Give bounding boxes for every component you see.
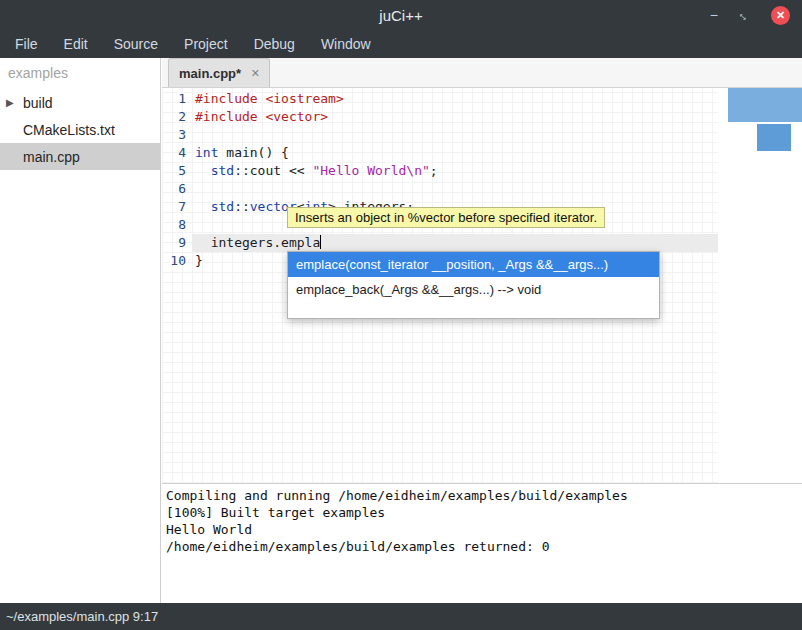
tree-item-cmakelists-txt[interactable]: CMakeLists.txt: [0, 116, 160, 143]
line-number: 7: [162, 198, 192, 216]
code-line-3[interactable]: [192, 126, 718, 144]
chevron-right-icon[interactable]: ▶: [6, 97, 22, 108]
code-segment: [195, 199, 211, 214]
code-segment: }: [195, 253, 203, 268]
scrollbar-overview: [718, 88, 802, 483]
window-controls: − ↔ ✕: [710, 0, 790, 30]
code-segment: [195, 163, 211, 178]
tree-item-main-cpp[interactable]: main.cpp: [0, 143, 160, 170]
editor[interactable]: 12345678910 #include <iostream>#include …: [162, 88, 802, 483]
scrollbar-thumb[interactable]: [728, 88, 802, 122]
line-number: 3: [162, 126, 192, 144]
sidebar: examples ▶buildCMakeLists.txtmain.cpp: [0, 58, 161, 603]
line-number: 10: [162, 252, 192, 270]
title-bar: juCi++ − ↔ ✕: [0, 0, 802, 30]
tab-bar: main.cpp* ×: [162, 58, 802, 88]
completion-popup-list: emplace(const_iterator __position, _Args…: [287, 251, 660, 319]
menu-item-file[interactable]: File: [2, 30, 51, 58]
code-segment: main() {: [218, 145, 288, 160]
code-line-9[interactable]: integers.empla: [192, 234, 718, 252]
overview-marker[interactable]: [757, 124, 791, 151]
text-cursor: [320, 235, 321, 249]
tree-item-label: CMakeLists.txt: [22, 122, 115, 138]
code-segment: std: [211, 199, 234, 214]
menu-item-edit[interactable]: Edit: [51, 30, 101, 58]
terminal-line: [100%] Built target examples: [166, 504, 798, 521]
code-segment: ::cout <<: [234, 163, 312, 178]
menu-bar: FileEditSourceProjectDebugWindow: [0, 30, 802, 58]
code-segment: #include <vector>: [195, 109, 328, 124]
minimize-button[interactable]: −: [710, 8, 718, 22]
code-segment: #include <iostream>: [195, 91, 344, 106]
window-title: juCi++: [379, 7, 422, 24]
file-tree: ▶buildCMakeLists.txtmain.cpp: [0, 89, 160, 170]
line-number: 9: [162, 234, 192, 252]
status-text: ~/examples/main.cpp 9:17: [6, 609, 158, 624]
status-bar: ~/examples/main.cpp 9:17: [0, 603, 802, 630]
code-segment: int: [195, 145, 218, 160]
code-segment: integers.empla: [195, 235, 320, 250]
code-segment: "Hello World\n": [312, 163, 429, 178]
tab-main-cpp[interactable]: main.cpp* ×: [168, 58, 270, 87]
menu-item-project[interactable]: Project: [171, 30, 241, 58]
line-number: 1: [162, 90, 192, 108]
line-number: 5: [162, 162, 192, 180]
close-button[interactable]: ✕: [771, 6, 790, 25]
code-line-4[interactable]: int main() {: [192, 144, 718, 162]
menu-item-debug[interactable]: Debug: [241, 30, 308, 58]
code-line-6[interactable]: [192, 180, 718, 198]
sidebar-header: examples: [0, 58, 160, 89]
tree-item-label: build: [22, 95, 53, 111]
maximize-button[interactable]: ↔: [735, 6, 753, 24]
code-segment: ;: [430, 163, 438, 178]
code-segment: ::: [234, 199, 250, 214]
tab-label: main.cpp*: [179, 66, 241, 81]
tree-item-build[interactable]: ▶build: [0, 89, 160, 116]
menu-item-window[interactable]: Window: [308, 30, 384, 58]
gutter: 12345678910: [162, 88, 192, 483]
terminal-line: Hello World: [166, 521, 798, 538]
code-segment: std: [211, 163, 234, 178]
line-number: 4: [162, 144, 192, 162]
code-line-2[interactable]: #include <vector>: [192, 108, 718, 126]
code-line-1[interactable]: #include <iostream>: [192, 90, 718, 108]
tab-close-icon[interactable]: ×: [251, 65, 259, 81]
code-line-5[interactable]: std::cout << "Hello World\n";: [192, 162, 718, 180]
terminal-line: Compiling and running /home/eidheim/exam…: [166, 487, 798, 504]
completion-item-0[interactable]: emplace(const_iterator __position, _Args…: [288, 252, 659, 277]
completion-item-1[interactable]: emplace_back(_Args &&__args...) --> void: [288, 277, 659, 302]
line-number: 2: [162, 108, 192, 126]
terminal-output[interactable]: Compiling and running /home/eidheim/exam…: [162, 483, 802, 603]
line-number: 6: [162, 180, 192, 198]
menu-item-source[interactable]: Source: [101, 30, 171, 58]
line-number: 8: [162, 216, 192, 234]
tree-item-label: main.cpp: [22, 149, 80, 165]
terminal-line: /home/eidheim/examples/build/examples re…: [166, 538, 798, 555]
doc-tooltip: Inserts an object in %vector before spec…: [287, 207, 605, 228]
